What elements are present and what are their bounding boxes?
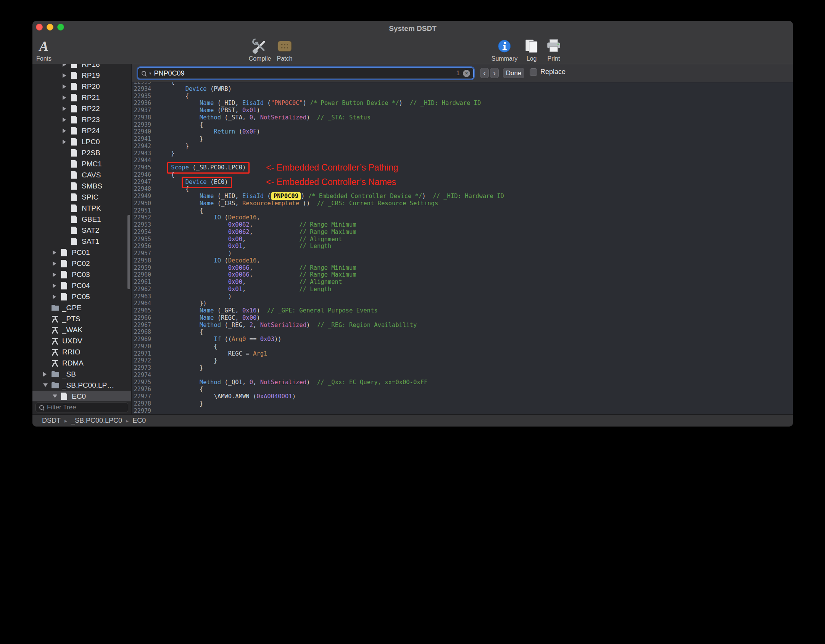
tree-item[interactable]: PC05 — [32, 291, 131, 302]
tree-item[interactable]: RP20 — [32, 81, 131, 92]
fonts-button[interactable]: A Fonts — [36, 37, 52, 62]
code-line[interactable]: 22970 { — [132, 343, 793, 350]
chevron-right-icon[interactable] — [63, 84, 71, 89]
tree-item[interactable]: RP18 — [32, 64, 131, 70]
code-line[interactable]: 22962 0x01, // Length — [132, 286, 793, 293]
print-button[interactable]: Print — [545, 37, 562, 62]
replace-checkbox[interactable] — [530, 68, 537, 76]
tree-item[interactable]: PC01 — [32, 247, 131, 258]
tree-item[interactable]: PC04 — [32, 280, 131, 291]
code-line[interactable]: 22934 Device (PWRB) — [132, 85, 793, 93]
find-previous-button[interactable]: ‹ — [480, 68, 489, 78]
tree-item[interactable]: RP24 — [32, 125, 131, 136]
code-line[interactable]: 22963 ) — [132, 293, 793, 300]
code-line[interactable]: 22973 } — [132, 364, 793, 372]
compile-button[interactable]: Compile — [249, 37, 271, 62]
tree-item[interactable]: EC0 — [32, 391, 131, 401]
code-line[interactable]: 22955 0x00, // Alignment — [132, 236, 793, 243]
code-line[interactable]: 22972 } — [132, 357, 793, 364]
tree-item[interactable]: SMBS — [32, 180, 131, 192]
tree-item[interactable]: _SB — [32, 369, 131, 380]
chevron-down-icon[interactable] — [53, 394, 61, 398]
tree-item[interactable]: _PTS — [32, 313, 131, 324]
chevron-right-icon[interactable] — [63, 140, 71, 144]
chevron-right-icon[interactable] — [43, 372, 52, 377]
log-button[interactable]: Log — [523, 37, 540, 62]
code-line[interactable]: 22966 Name (REGC, 0x00) — [132, 314, 793, 322]
tree-item[interactable]: SAT1 — [32, 236, 131, 247]
tree-item[interactable]: LPC0 — [32, 136, 131, 147]
code-line[interactable]: 22969 If ((Arg0 == 0x03)) — [132, 336, 793, 343]
filter-tree-input[interactable] — [47, 404, 131, 411]
tree-item[interactable]: P2SB — [32, 147, 131, 158]
tree-item[interactable]: PMC1 — [32, 158, 131, 169]
tree-item[interactable]: _WAK — [32, 324, 131, 335]
code-line[interactable]: 22953 0x0062, // Range Minimum — [132, 221, 793, 229]
code-line[interactable]: 22956 0x01, // Length — [132, 243, 793, 250]
code-line[interactable]: 22979 — [132, 407, 793, 415]
code-line[interactable]: 22943 } — [132, 150, 793, 157]
window-titlebar[interactable]: System DSDT — [32, 21, 793, 35]
tree-item[interactable]: RP23 — [32, 114, 131, 125]
code-line[interactable]: 22957 ) — [132, 250, 793, 257]
code-line[interactable]: 22936 Name (_HID, EisaId ("PNP0C0C") /* … — [132, 100, 793, 107]
code-line[interactable]: 22947 Device (EC0)<- Embedded Controller… — [132, 179, 793, 186]
tree-item[interactable]: UXDV — [32, 335, 131, 346]
code-editor[interactable]: 22933 {22934 Device (PWRB)22935 {22936 N… — [132, 82, 793, 414]
code-line[interactable]: 22974 — [132, 372, 793, 379]
tree-item[interactable]: _GPE — [32, 302, 131, 313]
chevron-right-icon[interactable] — [63, 95, 71, 100]
breadcrumb-item[interactable]: DSDT — [42, 417, 61, 425]
find-search-field[interactable]: ▾ 1 ✕ — [138, 68, 474, 79]
tree-item[interactable]: PC03 — [32, 269, 131, 280]
summary-button[interactable]: Summary — [491, 37, 517, 62]
code-line[interactable]: 22938 Method (_STA, 0, NotSerialized) //… — [132, 114, 793, 121]
code-line[interactable]: 22965 Name (_GPE, 0x16) // _GPE: General… — [132, 307, 793, 314]
search-scope-chevron-icon[interactable]: ▾ — [149, 71, 151, 76]
tree-item[interactable]: NTPK — [32, 203, 131, 214]
chevron-right-icon[interactable] — [63, 73, 71, 78]
tree-scrollbar-thumb[interactable] — [127, 215, 130, 289]
tree-item[interactable]: GBE1 — [32, 214, 131, 225]
code-line[interactable]: 22961 0x00, // Alignment — [132, 279, 793, 286]
chevron-right-icon[interactable] — [63, 118, 71, 122]
code-line[interactable]: 22948 { — [132, 185, 793, 193]
tree-item[interactable]: RP22 — [32, 103, 131, 114]
code-line[interactable]: 22937 Name (PBST, 0x01) — [132, 107, 793, 114]
tree-item[interactable]: RP21 — [32, 92, 131, 103]
code-line[interactable]: 22964 }) — [132, 300, 793, 307]
tree-item[interactable]: SPIC — [32, 192, 131, 203]
chevron-right-icon[interactable] — [53, 250, 61, 255]
code-line[interactable]: 22959 0x0066, // Range Minimum — [132, 264, 793, 272]
code-line[interactable]: 22952 IO (Decode16, — [132, 214, 793, 221]
code-line[interactable]: 22954 0x0062, // Range Maximum — [132, 229, 793, 236]
chevron-right-icon[interactable] — [63, 106, 71, 111]
clear-search-icon[interactable]: ✕ — [463, 70, 470, 77]
breadcrumb-item[interactable]: _SB.PC00.LPC0 — [71, 417, 122, 425]
tree-item[interactable]: _SB.PC00.LP… — [32, 380, 131, 391]
code-line[interactable]: 22941 } — [132, 135, 793, 143]
code-line[interactable]: 22976 { — [132, 386, 793, 393]
code-line[interactable]: 22950 Name (_CRS, ResourceTemplate () //… — [132, 200, 793, 207]
code-line[interactable]: 22951 { — [132, 207, 793, 214]
code-line[interactable]: 22958 IO (Decode16, — [132, 257, 793, 264]
code-line[interactable]: 22940 Return (0x0F) — [132, 128, 793, 135]
chevron-down-icon[interactable] — [43, 383, 52, 387]
chevron-right-icon[interactable] — [63, 64, 71, 67]
code-line[interactable]: 22967 Method (_REG, 2, NotSerialized) //… — [132, 322, 793, 329]
chevron-right-icon[interactable] — [53, 283, 61, 288]
code-line[interactable]: 22933 { — [132, 82, 793, 85]
code-line[interactable]: 22949 Name (_HID, EisaId (PNP0C09) /* Em… — [132, 193, 793, 200]
code-line[interactable]: 22935 { — [132, 93, 793, 100]
done-button[interactable]: Done — [503, 68, 524, 78]
tree-item[interactable]: CAVS — [32, 169, 131, 180]
chevron-right-icon[interactable] — [53, 295, 61, 299]
code-line[interactable]: 22977 \AMW0.AMWN (0xA0040001) — [132, 393, 793, 400]
tree-item[interactable]: RRIO — [32, 346, 131, 357]
patch-button[interactable]: Patch — [276, 37, 293, 62]
code-line[interactable]: 22942 } — [132, 143, 793, 150]
chevron-right-icon[interactable] — [53, 261, 61, 266]
code-line[interactable]: 22975 Method (_Q01, 0, NotSerialized) //… — [132, 379, 793, 386]
code-line[interactable]: 22978 } — [132, 400, 793, 407]
breadcrumb-item[interactable]: EC0 — [132, 417, 146, 425]
